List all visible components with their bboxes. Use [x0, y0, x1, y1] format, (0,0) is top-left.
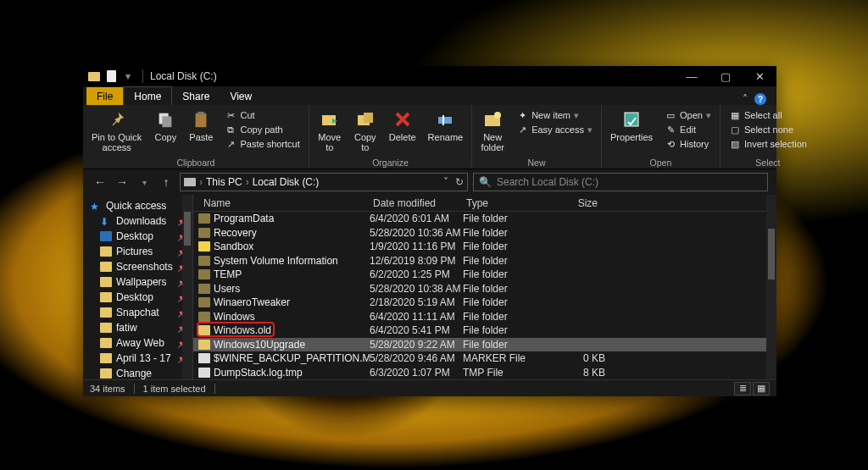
navpane-item-label: Screenshots	[116, 261, 173, 273]
copy-path-button[interactable]: ⧉Copy path	[223, 123, 301, 136]
file-type: TMP File	[463, 367, 536, 379]
open-icon: ▭	[665, 109, 676, 121]
navpane-item[interactable]: ★Quick access	[83, 198, 192, 213]
folder-icon	[100, 338, 112, 348]
table-row[interactable]: System Volume Information12/6/2019 8:09 …	[193, 254, 776, 268]
table-row[interactable]: TEMP6/2/2020 1:25 PMFile folder	[193, 268, 776, 282]
file-date: 6/3/2020 1:07 PM	[370, 367, 463, 379]
file-name: WinaeroTweaker	[214, 296, 370, 308]
qat-doc-icon[interactable]	[103, 69, 119, 84]
forward-button[interactable]: →	[114, 175, 131, 189]
move-to-icon	[319, 108, 341, 130]
file-name: $WINRE_BACKUP_PARTITION.MARKER	[214, 352, 370, 364]
navpane-item[interactable]: Snapchat📌	[83, 305, 192, 320]
column-date[interactable]: Date modified	[368, 195, 461, 211]
table-row[interactable]: Windows.old6/4/2020 5:41 PMFile folder	[193, 323, 776, 338]
cut-button[interactable]: ✂Cut	[223, 108, 301, 122]
help-icon[interactable]: ?	[754, 93, 766, 105]
navpane-item[interactable]: ⬇Downloads📌	[83, 213, 192, 229]
navpane-scrollbar[interactable]	[182, 195, 192, 379]
file-date: 5/28/2020 9:46 AM	[370, 352, 463, 364]
tab-share[interactable]: Share	[172, 87, 220, 105]
new-folder-button[interactable]: New folder	[476, 107, 509, 154]
column-size[interactable]: Size	[534, 195, 604, 211]
invert-selection-button[interactable]: ▨Invert selection	[727, 137, 809, 151]
explorer-window: ▾ Local Disk (C:) — ▢ ✕ File Home Share …	[83, 66, 776, 396]
address-dropdown-icon[interactable]: ˅	[443, 176, 448, 188]
paste-shortcut-button[interactable]: ↗Paste shortcut	[223, 137, 301, 151]
separator	[134, 384, 135, 394]
paste-button[interactable]: Paste	[184, 107, 218, 144]
history-button[interactable]: ⟲History	[663, 137, 713, 151]
table-row[interactable]: $WINRE_BACKUP_PARTITION.MARKER5/28/2020 …	[193, 351, 776, 366]
edit-button[interactable]: ✎Edit	[663, 123, 713, 136]
ribbon-group-select: ▦Select all ▢Select none ▨Invert selecti…	[721, 105, 815, 169]
navpane-item[interactable]: Desktop📌	[83, 229, 192, 244]
ribbon-collapse-icon[interactable]: ˄	[743, 93, 748, 105]
rename-button[interactable]: Rename	[423, 107, 469, 144]
move-to-button[interactable]: Move to	[313, 107, 347, 154]
copy-to-button[interactable]: Copy to	[348, 107, 382, 154]
back-button[interactable]: ←	[92, 175, 108, 189]
ribbon-group-new: New folder ✦New item▾ ↗Easy access▾ New	[472, 105, 602, 169]
folder-icon	[198, 213, 210, 224]
qat-dropdown-icon[interactable]: ▾	[120, 69, 136, 84]
open-button[interactable]: ▭Open▾	[663, 108, 713, 122]
filelist-scrollbar[interactable]	[766, 195, 776, 379]
maximize-button[interactable]: ▢	[709, 66, 743, 86]
table-row[interactable]: Windows6/4/2020 11:11 AMFile folder	[193, 310, 776, 324]
table-row[interactable]: Windows10Upgrade5/28/2020 9:22 AMFile fo…	[193, 338, 776, 352]
navpane-item[interactable]: Desktop📌	[83, 290, 192, 305]
view-icons-button[interactable]: ▦	[753, 382, 770, 395]
tab-file[interactable]: File	[86, 87, 123, 105]
easy-access-button[interactable]: ↗Easy access▾	[515, 123, 594, 136]
navpane-item[interactable]: Wallpapers📌	[83, 274, 192, 290]
tab-home[interactable]: Home	[123, 86, 172, 105]
file-type: File folder	[463, 339, 536, 351]
navpane-item[interactable]: Screenshots📌	[83, 259, 192, 274]
properties-button[interactable]: Properties	[605, 107, 658, 144]
select-none-button[interactable]: ▢Select none	[727, 123, 809, 136]
delete-button[interactable]: Delete	[384, 107, 421, 144]
search-box[interactable]: 🔍 Search Local Disk (C:)	[473, 173, 768, 191]
navpane-item[interactable]: Pictures📌	[83, 244, 192, 259]
file-name: Sandbox	[214, 241, 370, 252]
navpane-item-label: Downloads	[116, 215, 166, 227]
copy-button[interactable]: Copy	[148, 107, 182, 144]
qat-folder-icon[interactable]	[86, 69, 102, 84]
table-row[interactable]: Users5/28/2020 10:38 AMFile folder	[193, 282, 776, 296]
address-bar[interactable]: › This PC › Local Disk (C:) ˅ ↻	[180, 173, 468, 191]
status-bar: 34 items 1 item selected ≣ ▦	[83, 379, 776, 396]
copy-to-icon	[354, 108, 376, 130]
up-button[interactable]: ↑	[158, 175, 175, 189]
edit-icon: ✎	[665, 124, 676, 135]
table-row[interactable]: Sandbox1/9/2020 11:16 PMFile folder	[193, 240, 776, 254]
navpane-item[interactable]: fatiw📌	[83, 320, 192, 335]
table-row[interactable]: DumpStack.log.tmp6/3/2020 1:07 PMTMP Fil…	[193, 366, 776, 380]
navpane-item[interactable]: Away Web📌	[83, 335, 192, 351]
new-item-button[interactable]: ✦New item▾	[515, 108, 594, 122]
breadcrumb-root[interactable]: This PC	[206, 176, 242, 188]
table-row[interactable]: ProgramData6/4/2020 6:01 AMFile folder	[193, 212, 776, 226]
column-type[interactable]: Type	[461, 195, 534, 211]
close-button[interactable]: ✕	[743, 66, 776, 86]
navpane-item[interactable]: April 13 - 17📌	[83, 351, 192, 366]
breadcrumb-leaf[interactable]: Local Disk (C:)	[253, 176, 320, 188]
chevron-right-icon: ›	[246, 176, 249, 188]
ribbon: Pin to Quick access Copy Paste ✂Cut	[83, 105, 776, 169]
tab-view[interactable]: View	[220, 87, 262, 105]
folder-icon	[100, 323, 112, 333]
drive-icon	[184, 178, 196, 186]
select-all-button[interactable]: ▦Select all	[727, 108, 809, 122]
folder-icon	[198, 284, 210, 294]
pin-to-quick-access-button[interactable]: Pin to Quick access	[86, 107, 147, 154]
column-name[interactable]: Name	[198, 195, 368, 211]
table-row[interactable]: WinaeroTweaker2/18/2020 5:19 AMFile fold…	[193, 296, 776, 310]
minimize-button[interactable]: —	[675, 66, 709, 86]
refresh-button[interactable]: ↻	[455, 176, 464, 188]
recent-dropdown[interactable]: ▾	[136, 178, 153, 187]
navpane-item[interactable]: Change	[83, 366, 192, 379]
view-details-button[interactable]: ≣	[734, 382, 751, 395]
table-row[interactable]: Recovery5/28/2020 10:36 AMFile folder	[193, 226, 776, 241]
file-type: File folder	[463, 255, 536, 267]
